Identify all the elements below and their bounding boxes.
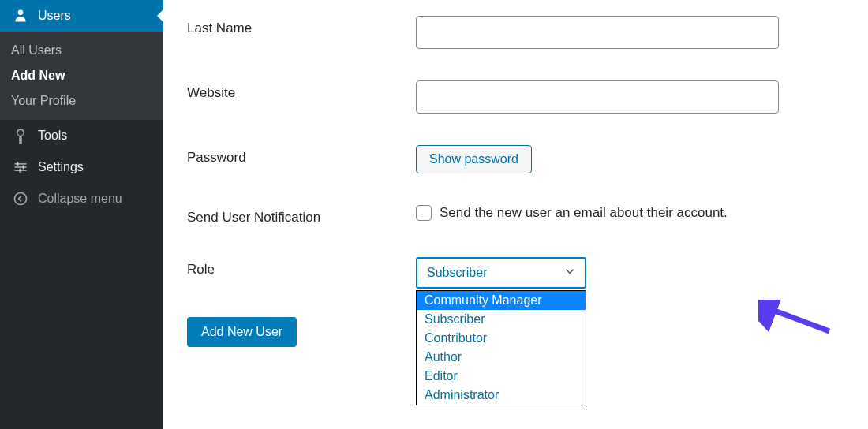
role-dropdown: Community Manager Subscriber Contributor… [416,290,586,405]
wrench-icon [11,126,30,145]
last-name-input[interactable] [416,16,779,49]
show-password-button[interactable]: Show password [416,145,532,173]
svg-point-0 [18,10,24,16]
svg-rect-4 [17,162,19,166]
role-option-subscriber[interactable]: Subscriber [417,310,586,329]
svg-rect-5 [23,166,25,170]
collapse-menu[interactable]: Collapse menu [0,183,163,214]
label-last-name: Last Name [187,16,416,36]
sidebar-item-settings[interactable]: Settings [0,151,163,183]
row-password: Password Show password [187,129,868,189]
checkbox-icon [416,205,432,221]
label-website: Website [187,80,416,101]
svg-rect-6 [19,169,21,173]
sidebar-item-users[interactable]: Users [0,0,163,32]
label-role: Role [187,257,416,278]
role-option-community-manager[interactable]: Community Manager [417,291,586,310]
label-password: Password [187,145,416,166]
label-notification: Send User Notification [187,205,416,226]
sliders-icon [11,158,30,177]
sidebar-item-label: Tools [38,129,67,143]
row-role: Role Subscriber Community Manager Subscr… [187,241,868,304]
chevron-down-icon [563,264,577,282]
role-selected-value: Subscriber [427,266,487,280]
submenu-your-profile[interactable]: Your Profile [0,88,163,114]
role-option-author[interactable]: Author [417,348,586,367]
sidebar-item-tools[interactable]: Tools [0,120,163,151]
row-last-name: Last Name [187,0,868,65]
sidebar-item-label: Settings [38,160,84,174]
add-user-form: Last Name Website Password Show password… [187,0,868,363]
role-option-administrator[interactable]: Administrator [417,386,586,405]
notification-text: Send the new user an email about their a… [440,205,728,221]
main-content: Last Name Website Password Show password… [163,0,868,429]
add-new-user-button[interactable]: Add New User [187,317,297,347]
svg-rect-1 [15,163,27,165]
svg-point-7 [15,193,27,205]
role-option-contributor[interactable]: Contributor [417,329,586,348]
users-submenu: All Users Add New Your Profile [0,32,163,120]
svg-rect-2 [15,166,27,168]
collapse-icon [11,189,30,208]
row-website: Website [187,65,868,129]
admin-sidebar: Users All Users Add New Your Profile Too… [0,0,163,429]
sidebar-item-label: Users [38,9,71,23]
role-option-editor[interactable]: Editor [417,367,586,386]
website-input[interactable] [416,80,779,114]
collapse-label: Collapse menu [38,192,122,206]
notification-checkbox[interactable]: Send the new user an email about their a… [416,205,868,221]
row-notification: Send User Notification Send the new user… [187,189,868,241]
submenu-all-users[interactable]: All Users [0,38,163,63]
submenu-add-new[interactable]: Add New [0,63,163,88]
role-select[interactable]: Subscriber [416,257,586,289]
person-icon [11,6,30,25]
